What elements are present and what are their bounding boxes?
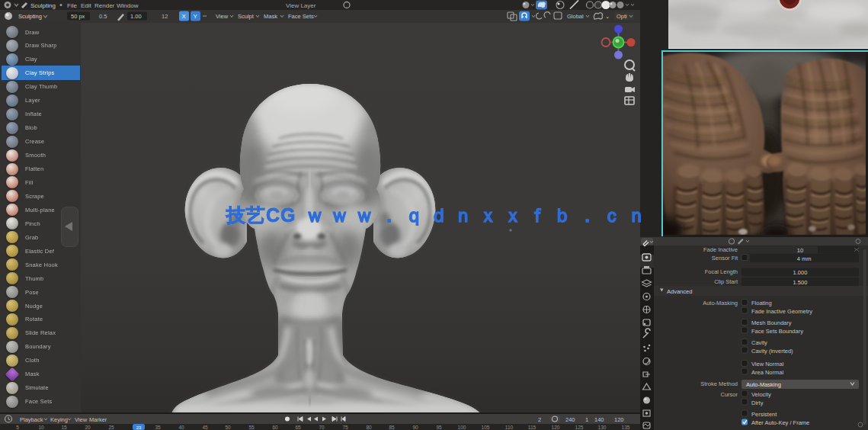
svg-text:View Normal: View Normal	[751, 361, 784, 367]
svg-text:After Auto-Key / Frame: After Auto-Key / Frame	[751, 419, 809, 426]
svg-text:1.00: 1.00	[130, 13, 142, 20]
svg-text:Dirty: Dirty	[751, 400, 764, 406]
svg-text:12: 12	[162, 13, 168, 20]
svg-text:Global: Global	[567, 13, 584, 20]
svg-text:X: X	[182, 13, 187, 20]
svg-text:80: 80	[366, 425, 372, 430]
svg-text:Area Normal: Area Normal	[751, 369, 783, 376]
svg-text:Advanced: Advanced	[667, 288, 692, 295]
svg-text:Window: Window	[117, 2, 139, 9]
svg-text:130: 130	[598, 425, 607, 430]
svg-text:120: 120	[614, 416, 624, 423]
svg-text:Fade Inactive Geometry: Fade Inactive Geometry	[751, 308, 812, 315]
svg-text:70: 70	[319, 425, 325, 430]
svg-text:Sculpting: Sculpting	[30, 2, 56, 9]
svg-text:1: 1	[585, 416, 588, 423]
svg-text:105: 105	[482, 425, 490, 430]
svg-text:Velocity: Velocity	[751, 391, 771, 398]
svg-text:File: File	[67, 2, 77, 9]
svg-text:Floating: Floating	[751, 300, 772, 306]
svg-text:1.000: 1.000	[793, 269, 808, 276]
svg-text:90: 90	[412, 425, 418, 430]
svg-text:50: 50	[225, 425, 231, 430]
svg-text:Mesh Boundary: Mesh Boundary	[751, 319, 792, 326]
svg-text:2: 2	[538, 416, 541, 423]
svg-text:Playback: Playback	[20, 416, 43, 423]
svg-text:40: 40	[178, 425, 184, 430]
svg-text:120: 120	[552, 425, 560, 430]
svg-text:Auto-Masking: Auto-Masking	[703, 300, 738, 306]
svg-text:Sensor Fit: Sensor Fit	[712, 255, 738, 262]
svg-text:85: 85	[389, 425, 395, 430]
svg-text:Edit: Edit	[81, 2, 92, 9]
svg-text:Marker: Marker	[89, 416, 107, 423]
svg-text:110: 110	[505, 425, 514, 430]
svg-text:Sculpt: Sculpt	[238, 13, 255, 20]
svg-text:115: 115	[528, 425, 536, 430]
svg-text:35: 35	[155, 425, 161, 430]
svg-text:135: 135	[622, 425, 630, 430]
svg-text:Sculpting: Sculpting	[18, 13, 42, 20]
svg-text:Cavity (inverted): Cavity (inverted)	[751, 348, 793, 355]
svg-text:Clip Start: Clip Start	[714, 278, 738, 285]
svg-text:Face Sets Boundary: Face Sets Boundary	[751, 328, 803, 335]
svg-text:Render: Render	[94, 2, 115, 9]
svg-text:95: 95	[436, 425, 442, 430]
svg-text:View: View	[75, 416, 88, 423]
svg-text:25: 25	[108, 425, 114, 430]
svg-text:Stroke Method: Stroke Method	[700, 380, 738, 387]
svg-text:View: View	[216, 13, 229, 20]
svg-text:10: 10	[38, 425, 44, 430]
svg-text:20: 20	[85, 425, 91, 430]
svg-text:75: 75	[342, 425, 348, 430]
svg-text:100: 100	[458, 425, 466, 430]
svg-text:65: 65	[295, 425, 301, 430]
svg-text:Mask: Mask	[264, 13, 277, 20]
svg-text:1.500: 1.500	[793, 279, 808, 286]
svg-text:23: 23	[136, 425, 142, 430]
svg-text:50 px: 50 px	[71, 13, 85, 20]
svg-text:10: 10	[797, 247, 803, 254]
svg-text:Persistent: Persistent	[751, 411, 777, 418]
svg-text:55: 55	[248, 425, 255, 430]
svg-text:5: 5	[16, 425, 19, 430]
svg-text:View Layer: View Layer	[286, 2, 316, 9]
svg-text:Auto-Masking: Auto-Masking	[746, 381, 781, 388]
svg-text:Y: Y	[194, 13, 198, 20]
svg-text:Cursor: Cursor	[720, 391, 738, 398]
svg-text:0.5: 0.5	[99, 13, 107, 20]
svg-text:Face Sets: Face Sets	[288, 13, 314, 20]
svg-text:45: 45	[202, 425, 208, 430]
svg-text:240: 240	[565, 416, 575, 423]
svg-text:60: 60	[272, 425, 278, 430]
svg-text:Keying: Keying	[50, 416, 68, 423]
svg-text:15: 15	[61, 425, 67, 430]
svg-text:125: 125	[575, 425, 584, 430]
svg-text:Focal Length: Focal Length	[705, 268, 738, 275]
svg-text:Fade Inactive: Fade Inactive	[703, 246, 738, 253]
svg-text:Cavity: Cavity	[751, 339, 767, 346]
svg-text:140: 140	[594, 416, 604, 423]
svg-text:4 mm: 4 mm	[797, 255, 812, 262]
